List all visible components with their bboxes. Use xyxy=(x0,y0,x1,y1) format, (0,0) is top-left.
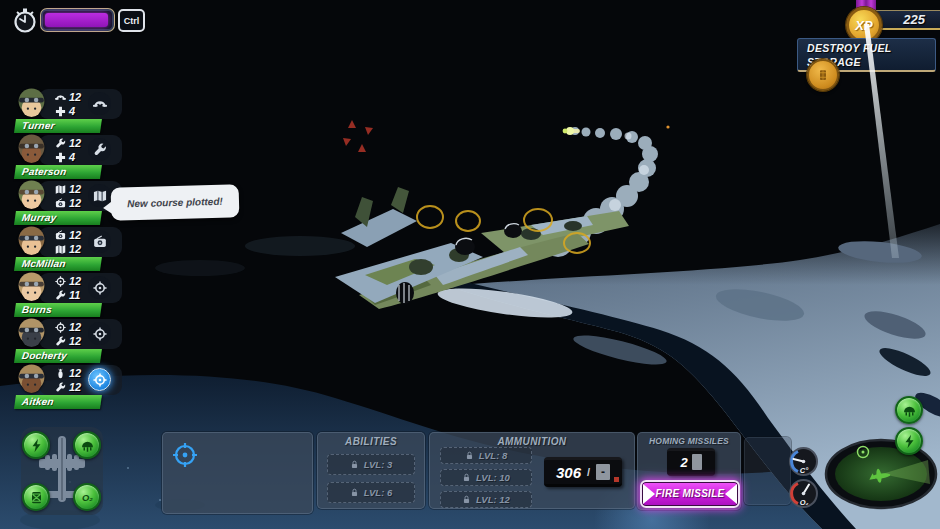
crew-portrait[interactable] xyxy=(14,178,49,213)
xp-coin-label: XP xyxy=(855,18,872,33)
wrench-icon xyxy=(55,290,66,301)
ctrl-key-hint: Ctrl xyxy=(118,9,145,32)
wrench-icon xyxy=(55,138,66,149)
timer-bar xyxy=(41,9,114,31)
svg-text:C°: C° xyxy=(800,466,809,475)
crew-card-burns[interactable]: 1211Burns xyxy=(14,272,110,318)
speech-bubble: New course plotted! xyxy=(111,184,240,220)
lock-icon xyxy=(462,473,471,482)
crew-portrait[interactable] xyxy=(14,132,49,167)
pilot-yoke-icon xyxy=(55,92,66,103)
hydraulics-status-icon xyxy=(895,396,923,424)
crew-name: Docherty xyxy=(14,349,102,363)
empty-panel xyxy=(744,437,791,505)
timer-fill xyxy=(45,13,108,27)
lock-icon xyxy=(350,488,359,497)
ammo-current: 306 xyxy=(556,464,581,481)
slot-label: LVL: 6 xyxy=(364,487,393,498)
slot-label: LVL: 3 xyxy=(364,459,393,470)
crew-portrait[interactable] xyxy=(14,270,49,305)
wrench-icon xyxy=(55,382,66,393)
locked-slot[interactable]: LVL: 10 xyxy=(440,469,532,486)
crew-portrait[interactable] xyxy=(14,224,49,259)
locked-slot[interactable]: LVL: 6 xyxy=(327,482,415,503)
slot-label: LVL: 8 xyxy=(479,450,508,461)
locked-slot[interactable]: LVL: 12 xyxy=(440,491,532,508)
crew-card-paterson[interactable]: 124Paterson xyxy=(14,134,110,180)
crew-role-pilot-yoke-icon[interactable] xyxy=(88,92,111,115)
map-icon xyxy=(55,244,66,255)
hydraulics-status-icon xyxy=(73,431,101,459)
target-icon xyxy=(55,276,66,287)
svg-text:O₂: O₂ xyxy=(800,497,809,506)
abilities-slots: LVL: 3LVL: 6 xyxy=(327,454,415,510)
crew-stat-value: 12 xyxy=(69,229,81,241)
crew-role-target-icon[interactable] xyxy=(88,368,111,391)
counter-chip xyxy=(692,454,702,470)
lightning-status-icon xyxy=(895,427,923,455)
homing-missiles-panel: HOMING MISSILES 2 FIRE MISSILE xyxy=(637,432,741,510)
crew-stat-value: 12 xyxy=(69,183,81,195)
crew-card-turner[interactable]: 124Turner xyxy=(14,88,110,134)
xp-value: 225 xyxy=(903,12,925,27)
lock-icon xyxy=(350,460,359,469)
lightning-status-icon xyxy=(22,431,50,459)
ammo-max: - xyxy=(596,464,610,480)
crew-stat-value: 12 xyxy=(69,321,81,333)
crew-name: Turner xyxy=(14,119,102,133)
abilities-panel: ABILITIES LVL: 3LVL: 6 xyxy=(317,432,425,509)
lock-icon xyxy=(465,451,474,460)
radar-display xyxy=(824,438,938,510)
crew-name: McMillan xyxy=(14,257,102,271)
crew-stat-value: 12 xyxy=(69,137,81,149)
target-icon xyxy=(55,322,66,333)
crew-portrait[interactable] xyxy=(14,316,49,351)
crew-card-docherty[interactable]: 1212Docherty xyxy=(14,318,110,364)
abilities-title: ABILITIES xyxy=(318,436,424,447)
crew-card-aitken[interactable]: 1212Aitken xyxy=(14,364,110,410)
crew-name: Paterson xyxy=(14,165,102,179)
crew-stat-value: 12 xyxy=(69,335,81,347)
lock-icon xyxy=(462,495,471,504)
crew-portrait[interactable] xyxy=(14,86,49,121)
crew-portrait[interactable] xyxy=(14,362,49,397)
crew-card-murray[interactable]: 1212Murray xyxy=(14,180,110,226)
radio-icon xyxy=(55,198,66,209)
crew-role-target-icon[interactable] xyxy=(88,322,111,345)
oxygen-status-icon: O₂ xyxy=(73,483,101,511)
locked-slot[interactable]: LVL: 8 xyxy=(440,447,532,464)
stopwatch-icon xyxy=(11,6,39,34)
gunsight-icon[interactable] xyxy=(172,442,198,468)
crew-card-mcmillan[interactable]: 1212McMillan xyxy=(14,226,110,272)
crew-name: Burns xyxy=(14,303,102,317)
fire-missile-button[interactable]: FIRE MISSILE xyxy=(640,480,740,508)
missile-counter: 2 xyxy=(667,448,715,476)
crew-role-wrench-icon[interactable] xyxy=(88,138,111,161)
oxygen-gauge: O₂ xyxy=(788,478,819,509)
crew-stat-value: 4 xyxy=(69,105,75,117)
crew-stat-value: 12 xyxy=(69,367,81,379)
game-screen: Ctrl 225 XP DESTROY FUEL STORAGE 124Turn xyxy=(0,0,940,529)
fire-missile-label: FIRE MISSILE xyxy=(642,488,738,499)
crew-stat-value: 12 xyxy=(69,243,81,255)
crew-role-radio-icon[interactable] xyxy=(88,230,111,253)
radio-icon xyxy=(55,230,66,241)
selected-crew-panel xyxy=(162,432,313,514)
crew-role-target-icon[interactable] xyxy=(88,276,111,299)
ammunition-title: AMMUNITION xyxy=(430,436,634,447)
crew-stat-value: 12 xyxy=(69,91,81,103)
ammo-counter: 306 / - xyxy=(544,457,622,487)
crew-name: Aitken xyxy=(14,395,102,409)
crew-name: Murray xyxy=(14,211,102,225)
temperature-gauge: C° xyxy=(788,446,819,477)
crew-stat-value: 12 xyxy=(69,381,81,393)
missile-count: 2 xyxy=(680,455,687,470)
crew-stat-value: 12 xyxy=(69,275,81,287)
slot-label: LVL: 10 xyxy=(476,472,510,483)
map-icon xyxy=(55,184,66,195)
homing-missiles-title: HOMING MISSILES xyxy=(638,436,740,446)
bomb-icon xyxy=(55,368,66,379)
medal-icon xyxy=(55,152,66,163)
aircraft-systems-panel: O₂ xyxy=(21,427,103,515)
locked-slot[interactable]: LVL: 3 xyxy=(327,454,415,475)
